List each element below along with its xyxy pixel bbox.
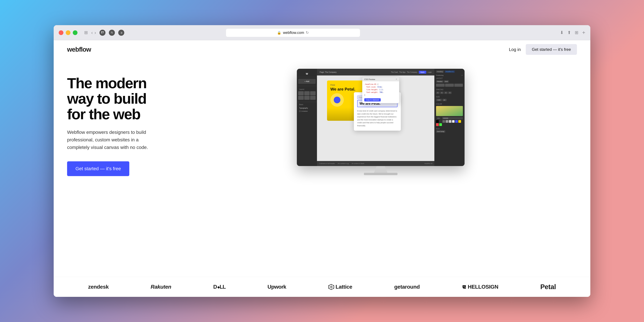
- css-preview-code: .headline-01 { font-size: 4rem; line-hei…: [362, 81, 399, 98]
- designer-right-panel: Heading Headline 01 Positioning ••• Layo…: [434, 69, 464, 166]
- brand-lattice: Lattice: [328, 284, 352, 290]
- monitor-wrapper: W + Add Layout: [297, 69, 464, 175]
- lock-icon: 🔒: [277, 31, 281, 35]
- css-preview-popup: CSS Preview ✕ .headline-01 { font-size: …: [362, 77, 399, 103]
- hero-cta-button[interactable]: Get started — it's free: [67, 161, 129, 176]
- left-panel-item[interactable]: + Add: [298, 79, 316, 84]
- css-preview-close[interactable]: ✕: [396, 78, 397, 80]
- maximize-button[interactable]: [73, 30, 78, 35]
- spacing-section-title: Spacing: [436, 89, 463, 90]
- css-preview-title: CSS Preview: [364, 78, 375, 80]
- color-palette: [436, 120, 463, 126]
- brand-rakuten: Rakuten: [150, 284, 171, 290]
- close-button[interactable]: [59, 30, 64, 35]
- extension-icon-3[interactable]: ◑: [118, 30, 124, 36]
- color-swatch[interactable]: [436, 106, 463, 116]
- browser-window: ⊞ ‹ › f? N ◑ 🔒 webflow.com ↻ ⬇ ⬆ ⊞ +: [54, 25, 590, 297]
- hero-heading: The modern way to build for the web: [67, 76, 174, 122]
- hero-right: W + Add Layout: [184, 69, 577, 270]
- brands-bar: zendesk Rakuten D⬥LL Upwork Lattice geta…: [54, 277, 590, 297]
- monitor-base: [364, 173, 398, 175]
- download-icon[interactable]: ⬇: [560, 30, 564, 35]
- copy-to-clipboard-button[interactable]: Copy to clipboard: [364, 98, 381, 102]
- brand-hellosign: HELLOSIGN: [462, 284, 498, 290]
- url-text: webflow.com: [283, 30, 304, 35]
- browser-chrome: ⊞ ‹ › f? N ◑ 🔒 webflow.com ↻ ⬇ ⬆ ⊞ +: [54, 25, 590, 40]
- address-bar[interactable]: 🔒 webflow.com ↻: [226, 28, 360, 37]
- share-icon[interactable]: ⬆: [567, 30, 571, 35]
- monitor-stand: [374, 166, 388, 173]
- minimize-button[interactable]: [66, 30, 70, 35]
- website-content: webflow Log in Get started — it's free T…: [54, 40, 590, 297]
- desktop: ⊞ ‹ › f? N ◑ 🔒 webflow.com ↻ ⬇ ⬆ ⊞ +: [0, 0, 644, 322]
- lattice-icon: [328, 284, 334, 290]
- navigation: webflow Log in Get started — it's free: [54, 40, 590, 59]
- traffic-lights: [59, 30, 78, 35]
- brand-getaround: getaround: [394, 284, 420, 290]
- browser-icons-right: ⬇ ⬆ ⊞ +: [560, 30, 585, 36]
- brand-upwork: Upwork: [268, 284, 286, 290]
- logo[interactable]: webflow: [67, 46, 91, 53]
- grid-icon[interactable]: ⊞: [575, 30, 578, 35]
- back-button[interactable]: ‹: [91, 30, 93, 36]
- extension-icon-1[interactable]: f?: [100, 30, 106, 36]
- hellosign-icon: [462, 284, 467, 290]
- brand-zendesk: zendesk: [88, 284, 109, 290]
- nav-cta-button[interactable]: Get started — it's free: [526, 44, 577, 55]
- brand-petal: Petal: [540, 283, 556, 291]
- size-section-title: Size: [436, 96, 463, 98]
- login-link[interactable]: Log in: [509, 47, 521, 52]
- hero-heading-line2: way to build: [67, 90, 146, 107]
- css-preview-header: CSS Preview ✕: [362, 77, 399, 81]
- forward-button[interactable]: ›: [94, 30, 96, 36]
- hero-heading-line3: for the web: [67, 106, 140, 122]
- designer-left-panel: W + Add Layout: [297, 69, 317, 166]
- monitor-screen: W + Add Layout: [297, 69, 464, 166]
- hero-heading-line1: The modern: [67, 75, 146, 92]
- reload-icon[interactable]: ↻: [306, 30, 309, 35]
- nav-arrows: ‹ ›: [91, 30, 96, 36]
- add-tab-icon[interactable]: +: [582, 30, 585, 36]
- designer-canvas: Page: The Company The Card The App The C…: [317, 69, 434, 166]
- petal-body-text: A new kind of credit card company determ…: [357, 110, 398, 127]
- monitor: W + Add Layout: [297, 69, 464, 166]
- color-section-title: Color: [436, 103, 463, 105]
- extension-icon-2[interactable]: N: [109, 30, 115, 36]
- layout-section-title: Layout: [436, 78, 463, 79]
- browser-icons-left: ⊞ ‹ › f? N ◑: [84, 30, 124, 36]
- brand-dell: D⬥LL: [213, 284, 226, 290]
- hero-section: The modern way to build for the web Webf…: [54, 59, 590, 277]
- sidebar-icon[interactable]: ⊞: [84, 30, 88, 35]
- hero-subtext: Webflow empowers designers to build prof…: [67, 129, 151, 151]
- hero-left: The modern way to build for the web Webf…: [67, 69, 174, 270]
